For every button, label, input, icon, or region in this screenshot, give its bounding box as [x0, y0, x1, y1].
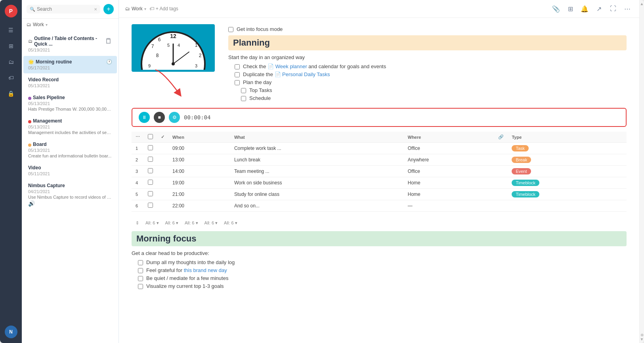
- clock-image: 12 1 2 3 9 8 7 6 5 4: [132, 24, 215, 72]
- planning-sub-checkbox-2[interactable]: [241, 96, 246, 101]
- morning-focus-heading: Morning focus: [132, 231, 627, 246]
- select-all-checkbox[interactable]: [148, 134, 153, 139]
- chevron-icon: ▾: [46, 23, 48, 27]
- file-item-video[interactable]: Video 05/11/2021: [23, 162, 117, 179]
- file-item-management[interactable]: Management 05/13/2021 Management include…: [23, 115, 117, 138]
- main-toolbar: 🗂 Work ▾ 🏷 + Add tags 📎 ⊞ 🔔 ↗ ⛶ ⋯: [119, 0, 639, 18]
- sidebar-icon-grid[interactable]: ⊞: [5, 40, 17, 52]
- scroll-down-icon[interactable]: ▼: [640, 337, 644, 341]
- add-tags-btn[interactable]: 🏷 + Add tags: [149, 6, 178, 11]
- morning-checkbox-4[interactable]: [138, 284, 143, 289]
- file-item-morning-routine[interactable]: 🌟 Morning routine 🕐 05/17/2021: [23, 56, 117, 73]
- cell-what: Team meeting ...: [230, 166, 404, 177]
- cell-where: Home: [404, 189, 495, 200]
- footer-filter-3[interactable]: All: 6 ▾: [185, 220, 198, 226]
- file-item-board[interactable]: Board 05/13/2021 Create fun and informat…: [23, 138, 117, 161]
- row-checkbox-cell[interactable]: [144, 177, 157, 189]
- search-input[interactable]: [37, 6, 92, 12]
- breadcrumb-folder-icon: 🗂: [125, 6, 130, 11]
- file-item-nimbus-capture[interactable]: Nimbus Capture 04/21/2021 Use Nimbus Cap…: [23, 180, 117, 210]
- scroll-zoom-icon[interactable]: ⊕: [640, 333, 644, 337]
- cell-when: 19:00: [168, 177, 230, 189]
- row-num: 6: [132, 200, 144, 212]
- morning-item-2: Feel grateful for this brand new day: [138, 267, 627, 273]
- type-badge-timeblock: Timeblock: [512, 180, 539, 186]
- morning-checkbox-2[interactable]: [138, 268, 143, 273]
- week-planner-link[interactable]: 📄 Week planner: [268, 63, 307, 69]
- file-item-video-record[interactable]: Video Record 05/13/2021: [23, 74, 117, 91]
- planning-item-3: Plan the day: [235, 79, 627, 85]
- planning-sub-checkbox-1[interactable]: [241, 88, 246, 93]
- focus-mode-checkbox[interactable]: [228, 27, 233, 32]
- scroll-up-icon[interactable]: ▲: [640, 2, 644, 6]
- row-checkbox[interactable]: [148, 180, 153, 185]
- row-checkbox[interactable]: [148, 203, 153, 208]
- row-checkbox[interactable]: [148, 157, 153, 162]
- svg-text:3: 3: [195, 63, 197, 68]
- notification-icon[interactable]: 🔔: [579, 3, 590, 14]
- row-checkbox-cell[interactable]: [144, 200, 157, 212]
- row-checkbox[interactable]: [148, 191, 153, 196]
- table-row: 5 21:00 Study for online class Home Time…: [132, 189, 627, 200]
- timer-settings-button[interactable]: ⚙: [169, 112, 180, 123]
- personal-tasks-link[interactable]: 📄 Personal Daily Tasks: [275, 71, 330, 77]
- grid-icon[interactable]: ⊞: [565, 3, 576, 14]
- sidebar-icon-folder[interactable]: 🗂: [5, 56, 17, 68]
- brand-new-day-link[interactable]: this brand new day: [184, 267, 227, 273]
- breadcrumb: 🗂 Work ▾: [125, 6, 146, 11]
- cell-type: Timeblock: [508, 177, 619, 189]
- add-button[interactable]: +: [103, 4, 114, 14]
- row-checkbox-cell[interactable]: [144, 166, 157, 177]
- sidebar-icon-tag[interactable]: 🏷: [5, 71, 17, 84]
- share-icon[interactable]: ↗: [593, 3, 604, 14]
- col-what: What: [230, 132, 404, 143]
- footer-filter-2[interactable]: All: 6 ▾: [165, 220, 179, 226]
- search-clear-icon: ✕: [94, 7, 97, 11]
- planning-checkbox-1[interactable]: [235, 64, 240, 69]
- file-item[interactable]: 🗂 Outline / Table of Contents - Quick ..…: [23, 33, 117, 56]
- pause-button[interactable]: ⏸: [139, 112, 150, 123]
- table-wrapper: ⋯ ✓ When What Where 🔗 Type: [132, 132, 627, 228]
- planning-item-1: Check the 📄 Week planner and calendar fo…: [235, 63, 627, 69]
- cell-type: Event: [508, 166, 619, 177]
- morning-checkbox-1[interactable]: [138, 260, 143, 265]
- row-checkbox-cell[interactable]: [144, 143, 157, 154]
- svg-text:12: 12: [170, 33, 176, 39]
- row-checkbox[interactable]: [148, 145, 153, 150]
- planning-checkbox-3[interactable]: [235, 80, 240, 85]
- col-options: ⋯: [132, 132, 144, 143]
- bottom-avatar[interactable]: N: [5, 326, 17, 338]
- col-checkbox-all[interactable]: [144, 132, 157, 143]
- cell-when: 22:00: [168, 200, 230, 212]
- row-checkbox-cell[interactable]: [144, 189, 157, 200]
- tag-icon: 🏷: [149, 6, 154, 11]
- footer-filter-1[interactable]: All: 6 ▾: [145, 220, 159, 226]
- clock-image-area: 12 1 2 3 9 8 7 6 5 4: [132, 24, 219, 96]
- sidebar-icon-menu[interactable]: ☰: [5, 24, 17, 36]
- planning-checkbox-2[interactable]: [235, 72, 240, 77]
- file-list: 🗂 Outline / Table of Contents - Quick ..…: [22, 31, 118, 343]
- table-row: 1 09:00 Complete work task ... Office Ta…: [132, 143, 627, 154]
- cell-what: Lunch break: [230, 154, 404, 166]
- more-icon[interactable]: ⋯: [622, 3, 633, 14]
- morning-checkbox-3[interactable]: [138, 276, 143, 281]
- user-avatar[interactable]: P: [5, 5, 17, 17]
- footer-filter-4[interactable]: All: 6 ▾: [204, 220, 218, 226]
- cell-where: Home: [404, 177, 495, 189]
- table-row: 6 22:00 And so on... —: [132, 200, 627, 212]
- pause-icon: ⏸: [142, 115, 147, 120]
- sidebar-icon-lock[interactable]: 🔒: [5, 87, 17, 100]
- search-box[interactable]: 🔍 ✕: [27, 5, 100, 13]
- expand-icon[interactable]: ⛶: [608, 3, 619, 14]
- attachment-icon[interactable]: 📎: [550, 3, 562, 14]
- row-checkbox[interactable]: [148, 168, 153, 173]
- work-folder-label[interactable]: 🗂 Work ▾: [22, 19, 118, 31]
- file-item-sales-pipeline[interactable]: Sales Pipeline 05/13/2021 Hats Prestige …: [23, 92, 117, 115]
- planning-item-2: Duplicate the 📄 Personal Daily Tasks: [235, 71, 627, 77]
- row-checkbox-cell[interactable]: [144, 154, 157, 166]
- cell-type: [508, 200, 619, 212]
- cell-when: 09:00: [168, 143, 230, 154]
- footer-filter-5[interactable]: All: 6 ▾: [224, 220, 237, 226]
- row-num: 5: [132, 189, 144, 200]
- stop-button[interactable]: ■: [154, 112, 165, 123]
